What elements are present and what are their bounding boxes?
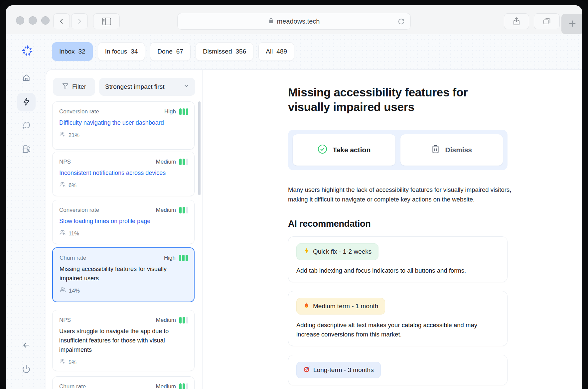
impact-label: Medium: [156, 159, 176, 165]
metric-label: NPS: [59, 159, 71, 165]
chat-bubble-icon: [22, 121, 31, 131]
percent-value: 21%: [69, 132, 79, 138]
tab-done[interactable]: Done67: [150, 42, 191, 61]
impact-bars-icon: [179, 159, 188, 165]
app-logo[interactable]: [21, 44, 34, 58]
url-text: meadows.tech: [277, 18, 320, 25]
insight-card[interactable]: Conversion rate Medium Slow loading time…: [52, 200, 195, 244]
affected-users: 14%: [60, 287, 188, 295]
affected-users: 5%: [59, 358, 188, 366]
impact-label: Medium: [156, 317, 176, 324]
browser-window: meadows.tech Inbox32 I: [6, 5, 582, 389]
window-controls: [16, 16, 50, 25]
badge-label: Quick fix - 1-2 weeks: [313, 248, 371, 255]
percent-value: 6%: [69, 182, 76, 189]
users-icon: [59, 229, 66, 237]
tab-inbox[interactable]: Inbox32: [52, 42, 93, 61]
lightning-bolt-icon: [22, 97, 31, 107]
metric-label: Conversion rate: [59, 207, 99, 213]
insight-card[interactable]: Churn rate Medium: [52, 376, 195, 389]
tab-label: In focus: [105, 48, 127, 55]
sort-dropdown[interactable]: Strongest impact first: [99, 78, 195, 96]
insight-card[interactable]: NPS Medium Inconsistent notifications ac…: [52, 152, 195, 196]
insight-title-link[interactable]: Difficulty navigating the user dashboard: [59, 118, 188, 127]
recommendation-card: Medium term - 1 month Adding descriptive…: [288, 291, 508, 346]
close-window-button[interactable]: [16, 16, 24, 25]
impact-bars-icon: [179, 317, 188, 324]
minimize-window-button[interactable]: [29, 16, 37, 25]
impact-label: High: [164, 255, 176, 261]
logout-power-button[interactable]: [17, 360, 36, 379]
tab-count: 356: [236, 48, 246, 55]
insight-detail-title: Missing accessibility features for visua…: [288, 85, 501, 114]
impact-label: Medium: [156, 207, 176, 213]
ai-recommendation-heading: AI recommendation: [288, 219, 527, 229]
tab-all[interactable]: All489: [258, 42, 294, 61]
insight-title-link[interactable]: Inconsistent notifications across device…: [59, 168, 188, 178]
tab-label: Inbox: [59, 48, 74, 55]
impact-indicator: Medium: [156, 383, 188, 389]
users-icon: [59, 358, 66, 366]
sidebar-item-home[interactable]: [17, 69, 36, 88]
reload-icon: [397, 21, 405, 26]
plus-icon: [568, 19, 577, 29]
forward-button[interactable]: [71, 13, 88, 29]
new-tab-button[interactable]: [561, 14, 582, 34]
content-panel: Filter Strongest impact first Conversion…: [46, 69, 582, 389]
insight-card[interactable]: Conversion rate High Difficulty navigati…: [52, 101, 195, 150]
insights-list-panel: Filter Strongest impact first Conversion…: [46, 70, 203, 389]
tabs-overview-button[interactable]: [534, 13, 560, 29]
address-bar[interactable]: meadows.tech: [177, 13, 411, 30]
home-icon: [22, 73, 31, 83]
share-button[interactable]: [504, 13, 529, 29]
impact-indicator: Medium: [156, 207, 188, 213]
filter-button[interactable]: Filter: [53, 78, 95, 96]
browser-chrome: meadows.tech: [6, 5, 582, 34]
tab-label: Dismissed: [203, 48, 232, 55]
percent-value: 14%: [69, 288, 80, 294]
zoom-window-button[interactable]: [41, 16, 50, 25]
list-scrollbar-thumb[interactable]: [198, 101, 201, 195]
insight-card-selected[interactable]: Churn rate High Missing accessibility fe…: [52, 247, 195, 302]
back-button[interactable]: [53, 13, 70, 29]
percent-value: 11%: [69, 230, 79, 237]
trash-icon: [431, 145, 440, 155]
fuel-pump-icon: [22, 145, 31, 155]
tab-count: 489: [276, 48, 287, 55]
impact-label: High: [164, 108, 176, 115]
sidebar-item-feedback[interactable]: [17, 116, 36, 135]
tab-dismissed[interactable]: Dismissed356: [196, 42, 253, 61]
dismiss-button[interactable]: Dismiss: [400, 134, 503, 166]
recommendation-text: Adding descriptive alt text makes your c…: [296, 321, 499, 339]
impact-indicator: High: [164, 255, 188, 261]
insight-title[interactable]: Users struggle to navigate the app due t…: [59, 326, 188, 354]
app-logo-pinwheel-icon: [21, 44, 34, 58]
tab-count: 67: [176, 48, 183, 55]
lightning-emoji-icon: [303, 247, 310, 256]
sidebar-toggle-icon: [102, 18, 111, 25]
badge-label: Medium term - 1 month: [313, 303, 378, 310]
insight-title-link[interactable]: Slow loading times on profile page: [59, 216, 188, 226]
insight-description: Many users highlight the lack of accessi…: [288, 185, 521, 204]
impact-indicator: High: [164, 108, 188, 115]
sort-selected-value: Strongest impact first: [105, 83, 184, 90]
filter-label: Filter: [72, 83, 86, 90]
sidebar-toggle-button[interactable]: [93, 13, 120, 29]
sidebar-collapse-button[interactable]: [17, 336, 36, 355]
reload-button[interactable]: [397, 18, 405, 26]
take-action-button[interactable]: Take action: [293, 134, 395, 166]
chevron-left-icon: [58, 18, 65, 25]
sidebar-item-insights[interactable]: [17, 93, 36, 111]
impact-bars-icon: [179, 255, 188, 261]
tab-in-focus[interactable]: In focus34: [98, 42, 145, 61]
insight-card[interactable]: NPS Medium Users struggle to navigate th…: [52, 310, 195, 371]
impact-bars-icon: [179, 207, 188, 213]
sidebar-item-fuel[interactable]: [17, 140, 36, 159]
share-icon: [513, 17, 520, 26]
take-action-label: Take action: [333, 146, 370, 154]
tab-label: All: [266, 48, 273, 55]
insight-title[interactable]: Missing accessibility features for visua…: [60, 264, 188, 283]
impact-bars-icon: [179, 383, 188, 389]
arrow-left-icon: [22, 341, 31, 351]
impact-indicator: Medium: [156, 317, 188, 324]
